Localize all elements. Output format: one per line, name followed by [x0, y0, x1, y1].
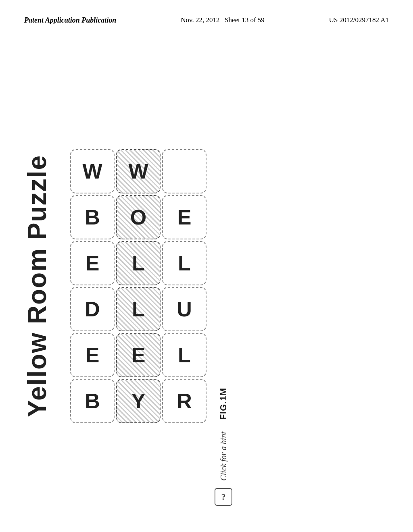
tile-r1-c0[interactable]: B [70, 195, 115, 239]
grid-row: ELL [70, 241, 206, 285]
tile-r2-c0[interactable]: E [70, 241, 115, 285]
tile-r3-c0[interactable]: D [70, 287, 115, 331]
grid-row: BOE [70, 195, 206, 239]
tile-r3-c1[interactable]: L [116, 287, 161, 331]
tile-r1-c1[interactable]: O [116, 195, 161, 239]
header-center: Nov. 22, 2012 Sheet 13 of 59 [181, 16, 265, 24]
hint-label: Click for a hint [219, 432, 228, 481]
page-header: Patent Application Publication Nov. 22, … [0, 16, 413, 25]
patent-number: US 2012/0297182 A1 [329, 16, 389, 24]
main-content: Yellow Room Puzzle WWBOEELLDLUEELBYR FIG… [24, 64, 389, 508]
tile-r4-c1[interactable]: E [116, 333, 161, 377]
puzzle-grid: WWBOEELLDLUEELBYR [70, 149, 206, 423]
grid-row: DLU [70, 287, 206, 331]
grid-row: EEL [70, 333, 206, 377]
puzzle-title: Yellow Room Puzzle [24, 155, 50, 417]
tile-r5-c0[interactable]: B [70, 379, 115, 423]
tile-r0-c1[interactable]: W [116, 149, 161, 193]
grid-row: WW [70, 149, 206, 193]
tile-r3-c2[interactable]: U [162, 287, 206, 331]
tile-r0-c2[interactable] [162, 149, 206, 193]
tile-r0-c0[interactable]: W [70, 149, 115, 193]
tile-r2-c2[interactable]: L [162, 241, 206, 285]
publication-date: Nov. 22, 2012 [181, 16, 219, 24]
sheet-info: Sheet 13 of 59 [225, 16, 265, 24]
right-panel: FIG.1M Click for a hint ? [215, 64, 232, 508]
tile-r4-c0[interactable]: E [70, 333, 115, 377]
tile-r5-c2[interactable]: R [162, 379, 206, 423]
publication-label: Patent Application Publication [24, 16, 116, 25]
tile-r1-c2[interactable]: E [162, 195, 206, 239]
tile-r4-c2[interactable]: L [162, 333, 206, 377]
hint-button[interactable]: ? [215, 488, 232, 506]
grid-row: BYR [70, 379, 206, 423]
tile-r5-c1[interactable]: Y [116, 379, 161, 423]
figure-label: FIG.1M [218, 388, 229, 420]
tile-r2-c1[interactable]: L [116, 241, 161, 285]
